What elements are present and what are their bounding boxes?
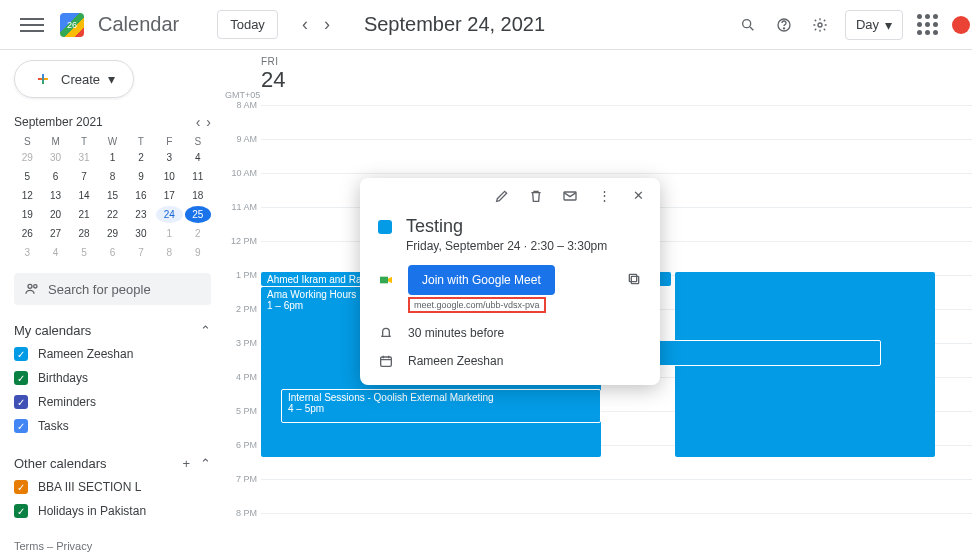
- mini-cal-day[interactable]: 21: [71, 206, 97, 223]
- mini-cal-day[interactable]: 31: [71, 149, 97, 166]
- checkbox-icon[interactable]: ✓: [14, 395, 28, 409]
- menu-icon[interactable]: [12, 5, 52, 45]
- hour-label: 11 AM: [225, 202, 261, 236]
- mini-cal-day[interactable]: 14: [71, 187, 97, 204]
- mini-cal-day[interactable]: 2: [185, 225, 211, 242]
- mini-cal-day[interactable]: 23: [128, 206, 154, 223]
- view-selector[interactable]: Day▾: [845, 10, 903, 40]
- add-calendar-icon[interactable]: +: [182, 456, 190, 471]
- other-calendars-toggle[interactable]: Other calendars+⌃: [14, 452, 211, 475]
- checkbox-icon[interactable]: ✓: [14, 419, 28, 433]
- mini-cal-day[interactable]: 9: [128, 168, 154, 185]
- search-icon[interactable]: [737, 14, 759, 36]
- delete-icon[interactable]: [528, 188, 544, 204]
- calendar-item[interactable]: ✓Birthdays: [14, 366, 211, 390]
- mini-cal-day[interactable]: 11: [185, 168, 211, 185]
- svg-rect-11: [381, 357, 392, 366]
- mini-cal-day[interactable]: 1: [99, 149, 125, 166]
- mini-cal-day[interactable]: 8: [156, 244, 182, 261]
- close-icon[interactable]: ✕: [630, 188, 646, 204]
- mini-cal-day[interactable]: 3: [14, 244, 40, 261]
- mini-cal-day[interactable]: 4: [185, 149, 211, 166]
- calendar-item[interactable]: ✓BBA III SECTION L: [14, 475, 211, 499]
- calendar-logo[interactable]: 26: [60, 13, 84, 37]
- my-calendars-toggle[interactable]: My calendars⌃: [14, 319, 211, 342]
- checkbox-icon[interactable]: ✓: [14, 347, 28, 361]
- event-datetime: Friday, September 24 · 2:30 – 3:30pm: [406, 239, 642, 253]
- mini-cal-day[interactable]: 30: [42, 149, 68, 166]
- email-icon[interactable]: [562, 188, 578, 204]
- mini-cal-day[interactable]: 2: [128, 149, 154, 166]
- day-view: FRI 24 GMT+05 8 AM9 AM10 AM11 AM12 PM1 P…: [225, 50, 972, 560]
- calendar-item[interactable]: ✓Holidays in Pakistan: [14, 499, 211, 523]
- copy-link-icon[interactable]: [626, 271, 642, 290]
- hour-label: 12 PM: [225, 236, 261, 270]
- create-button[interactable]: Create ▾: [14, 60, 134, 98]
- calendar-owner-icon: [378, 353, 394, 369]
- help-icon[interactable]: [773, 14, 795, 36]
- calendar-item[interactable]: ✓Reminders: [14, 390, 211, 414]
- mini-prev-month[interactable]: ‹: [196, 114, 201, 130]
- mini-cal-day[interactable]: 5: [14, 168, 40, 185]
- mini-cal-day[interactable]: 1: [156, 225, 182, 242]
- event-block[interactable]: Internal Sessions - Qoolish External Mar…: [281, 389, 601, 423]
- checkbox-icon[interactable]: ✓: [14, 371, 28, 385]
- organizer-text: Rameen Zeeshan: [408, 354, 503, 368]
- mini-cal-day[interactable]: 27: [42, 225, 68, 242]
- mini-cal-day[interactable]: 8: [99, 168, 125, 185]
- calendar-label: Birthdays: [38, 371, 88, 385]
- mini-cal-day[interactable]: 5: [71, 244, 97, 261]
- mini-cal-day[interactable]: 19: [14, 206, 40, 223]
- mini-cal-day[interactable]: 29: [14, 149, 40, 166]
- meet-link[interactable]: meet.google.com/ubb-vdsx-pva: [408, 297, 546, 313]
- calendar-label: Rameen Zeeshan: [38, 347, 133, 361]
- mini-cal-day[interactable]: 10: [156, 168, 182, 185]
- plus-icon: [33, 69, 53, 89]
- mini-cal-day[interactable]: 16: [128, 187, 154, 204]
- calendar-label: Reminders: [38, 395, 96, 409]
- event-title: Testing: [406, 216, 463, 237]
- mini-cal-day[interactable]: 12: [14, 187, 40, 204]
- footer-links[interactable]: Terms – Privacy: [14, 540, 92, 552]
- sidebar: Create ▾ September 2021 ‹› SMTWTFS293031…: [0, 50, 225, 560]
- mini-cal-day[interactable]: 6: [42, 168, 68, 185]
- checkbox-icon[interactable]: ✓: [14, 480, 28, 494]
- mini-cal-day[interactable]: 7: [128, 244, 154, 261]
- mini-cal-day[interactable]: 29: [99, 225, 125, 242]
- mini-cal-day[interactable]: 26: [14, 225, 40, 242]
- mini-cal-day[interactable]: 17: [156, 187, 182, 204]
- mini-cal-day[interactable]: 6: [99, 244, 125, 261]
- calendar-item[interactable]: ✓Tasks: [14, 414, 211, 438]
- mini-cal-day[interactable]: 13: [42, 187, 68, 204]
- edit-icon[interactable]: [494, 188, 510, 204]
- prev-day-button[interactable]: ‹: [296, 10, 314, 39]
- join-meet-button[interactable]: Join with Google Meet: [408, 265, 555, 295]
- apps-icon[interactable]: [917, 14, 938, 35]
- mini-cal-day[interactable]: 22: [99, 206, 125, 223]
- mini-cal-day[interactable]: 7: [71, 168, 97, 185]
- mini-cal-day[interactable]: 24: [156, 206, 182, 223]
- search-people-input[interactable]: Search for people: [14, 273, 211, 305]
- mini-cal-day[interactable]: 28: [71, 225, 97, 242]
- account-avatar[interactable]: [952, 16, 970, 34]
- mini-next-month[interactable]: ›: [206, 114, 211, 130]
- more-options-icon[interactable]: ⋮: [596, 188, 612, 204]
- mini-cal-day[interactable]: 9: [185, 244, 211, 261]
- app-name: Calendar: [98, 13, 179, 36]
- mini-cal-day[interactable]: 30: [128, 225, 154, 242]
- mini-cal-day[interactable]: 4: [42, 244, 68, 261]
- mini-cal-day[interactable]: 18: [185, 187, 211, 204]
- mini-cal-day[interactable]: 25: [185, 206, 211, 223]
- hour-label: 9 AM: [225, 134, 261, 168]
- today-button[interactable]: Today: [217, 10, 278, 39]
- mini-cal-day[interactable]: 3: [156, 149, 182, 166]
- checkbox-icon[interactable]: ✓: [14, 504, 28, 518]
- chevron-up-icon: ⌃: [200, 456, 211, 471]
- mini-cal-day[interactable]: 15: [99, 187, 125, 204]
- mini-cal-day[interactable]: 20: [42, 206, 68, 223]
- day-number: 24: [261, 67, 285, 93]
- settings-icon[interactable]: [809, 14, 831, 36]
- calendar-label: Tasks: [38, 419, 69, 433]
- next-day-button[interactable]: ›: [318, 10, 336, 39]
- calendar-item[interactable]: ✓Rameen Zeeshan: [14, 342, 211, 366]
